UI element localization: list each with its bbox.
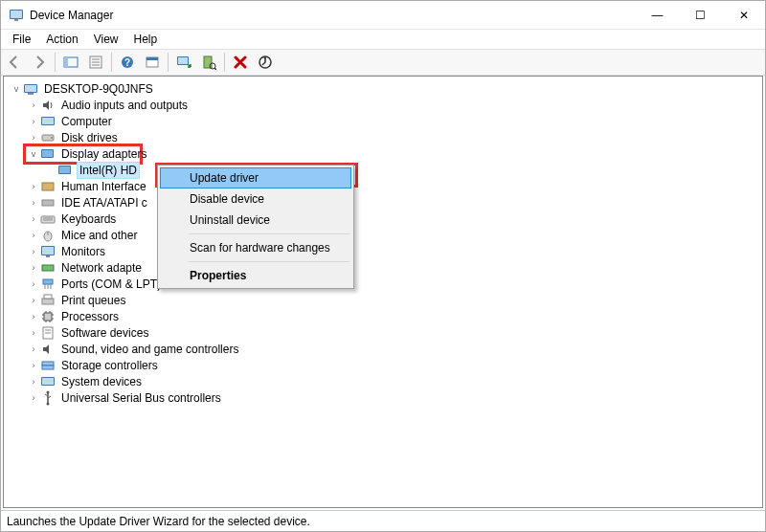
svg-rect-40 <box>42 265 54 271</box>
mouse-icon <box>40 228 56 243</box>
selected-device-label: Intel(R) HD <box>77 162 140 179</box>
svg-rect-38 <box>42 247 54 255</box>
svg-rect-45 <box>42 299 54 304</box>
context-menu-separator <box>189 261 349 262</box>
expand-icon[interactable]: › <box>27 343 40 356</box>
tree-item-ide[interactable]: › IDE ATA/ATAPI c <box>25 194 762 211</box>
expand-icon[interactable]: › <box>27 245 40 258</box>
expand-icon[interactable]: › <box>27 310 40 323</box>
tree-item-intel-hd[interactable]: Intel(R) HD <box>42 162 762 178</box>
svg-rect-20 <box>25 85 36 92</box>
svg-rect-31 <box>42 200 54 206</box>
context-menu-update-driver[interactable]: Update driver <box>160 167 351 188</box>
red-x-icon <box>233 55 248 70</box>
tree-item-print-queues[interactable]: › Print queues <box>25 292 762 308</box>
svg-point-65 <box>47 402 50 405</box>
update-driver-toolbar-button[interactable] <box>254 51 277 74</box>
forward-button[interactable] <box>28 51 51 74</box>
expand-icon[interactable]: › <box>27 391 40 405</box>
device-tree[interactable]: v DESKTOP-9Q0JNFS › Audio inputs and out… <box>3 76 763 508</box>
tree-item-storage-controllers[interactable]: › Storage controllers <box>25 357 762 373</box>
usb-icon <box>40 390 56 406</box>
tree-item-monitors[interactable]: › Monitors <box>25 243 762 259</box>
menu-help[interactable]: Help <box>126 31 166 48</box>
menu-view[interactable]: View <box>86 31 126 48</box>
context-menu-uninstall-device[interactable]: Uninstall device <box>160 210 351 231</box>
expand-icon[interactable]: › <box>27 115 40 128</box>
computer-icon <box>23 81 38 97</box>
svg-rect-39 <box>46 255 50 257</box>
help-icon: ? <box>120 55 135 70</box>
tree-item-software-devices[interactable]: › Software devices <box>25 324 762 341</box>
show-hidden-button[interactable] <box>172 51 195 74</box>
svg-rect-1 <box>11 11 22 18</box>
context-menu-disable-device[interactable]: Disable device <box>160 188 351 210</box>
tree-item-computer[interactable]: › Computer <box>25 113 762 129</box>
back-icon <box>7 55 22 70</box>
tree-item-processors[interactable]: › Processors <box>25 308 762 324</box>
context-menu-scan-hardware[interactable]: Scan for hardware changes <box>160 237 351 258</box>
tree-item-audio[interactable]: › Audio inputs and outputs <box>25 97 762 113</box>
expand-icon[interactable]: › <box>27 131 40 144</box>
svg-text:?: ? <box>124 57 130 68</box>
tree-item-usb[interactable]: › Universal Serial Bus controllers <box>25 389 762 406</box>
network-icon <box>40 260 56 276</box>
audio-icon <box>40 98 56 113</box>
tree-root[interactable]: v DESKTOP-9Q0JNFS <box>8 80 762 97</box>
expand-icon[interactable]: v <box>10 82 23 96</box>
tree-item-mice[interactable]: › Mice and other <box>25 227 762 243</box>
help-button[interactable]: ? <box>116 51 139 74</box>
minimize-button[interactable]: — <box>636 1 679 29</box>
tree-item-display-adapters[interactable]: v Display adapters <box>25 145 762 162</box>
tree-item-network[interactable]: › Network adapte <box>25 259 762 276</box>
expand-icon[interactable]: › <box>27 326 40 340</box>
expand-icon[interactable]: › <box>27 261 40 275</box>
menu-file[interactable]: File <box>5 31 38 48</box>
titlebar: Device Manager — ☐ ✕ <box>1 1 765 30</box>
svg-rect-4 <box>64 57 68 67</box>
status-text: Launches the Update Driver Wizard for th… <box>7 515 310 528</box>
expand-icon[interactable]: › <box>27 180 40 193</box>
expand-icon[interactable]: › <box>27 359 40 372</box>
svg-rect-60 <box>42 366 54 369</box>
expand-icon[interactable]: › <box>27 294 40 307</box>
uninstall-button[interactable] <box>229 51 252 74</box>
properties-button[interactable] <box>84 51 107 74</box>
maximize-button[interactable]: ☐ <box>679 1 722 29</box>
hid-icon <box>40 179 56 194</box>
tree-item-keyboards[interactable]: › Keyboards <box>25 211 762 227</box>
svg-rect-47 <box>44 313 52 321</box>
svg-line-17 <box>214 68 216 70</box>
device-manager-window: Device Manager — ☐ ✕ File Action View He… <box>0 0 766 532</box>
expand-icon[interactable]: › <box>27 277 40 291</box>
close-button[interactable]: ✕ <box>722 1 765 29</box>
expand-icon[interactable]: › <box>27 229 40 242</box>
toolbar-separator <box>168 53 169 72</box>
tree-item-hid[interactable]: › Human Interface <box>25 178 762 194</box>
back-button[interactable] <box>3 51 26 74</box>
tree-item-system-devices[interactable]: › System devices <box>25 373 762 389</box>
scan-hardware-button[interactable] <box>197 51 220 74</box>
properties-icon <box>88 55 103 70</box>
collapse-icon[interactable]: v <box>27 147 40 161</box>
svg-rect-30 <box>42 183 54 190</box>
update-icon <box>258 55 273 70</box>
svg-point-25 <box>51 137 53 139</box>
action-button[interactable] <box>141 51 164 74</box>
show-hide-console-button[interactable] <box>59 51 82 74</box>
svg-rect-15 <box>204 56 212 68</box>
svg-rect-27 <box>42 150 53 157</box>
expand-icon[interactable]: › <box>27 375 40 388</box>
tree-item-disk-drives[interactable]: › Disk drives <box>25 129 762 145</box>
monitor-arrow-icon <box>176 55 192 70</box>
context-menu-properties[interactable]: Properties <box>160 265 351 286</box>
expand-icon[interactable]: › <box>27 212 40 226</box>
expand-icon[interactable]: › <box>27 196 40 210</box>
menu-action[interactable]: Action <box>38 31 85 48</box>
expand-icon[interactable]: › <box>27 99 40 112</box>
system-icon <box>40 374 56 389</box>
storage-icon <box>40 358 56 373</box>
svg-rect-12 <box>146 57 158 60</box>
tree-item-sound-video-game[interactable]: › Sound, video and game controllers <box>25 341 762 357</box>
tree-item-ports[interactable]: › Ports (COM & LPT) <box>25 276 762 292</box>
